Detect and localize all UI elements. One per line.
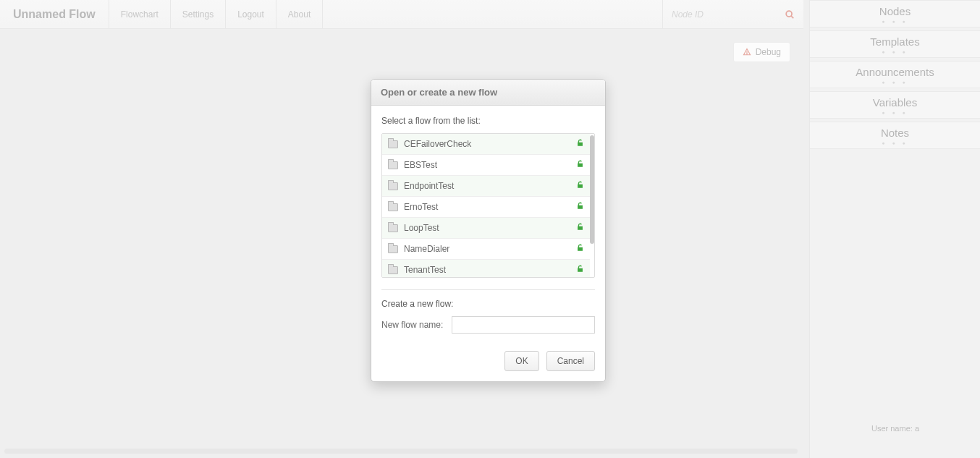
flow-item[interactable]: LoopTest: [382, 218, 590, 239]
folder-icon: [388, 182, 398, 190]
flow-item[interactable]: EndpointTest: [382, 176, 590, 197]
folder-icon: [388, 203, 398, 211]
dialog-footer: OK Cancel: [371, 344, 605, 381]
new-flow-row: New flow name:: [381, 316, 595, 334]
flow-list: CEFailoverCheckEBSTestEndpointTestErnoTe…: [381, 133, 595, 278]
unlocked-icon: [576, 244, 584, 254]
unlocked-icon: [576, 139, 584, 149]
dialog-title: Open or create a new flow: [371, 80, 605, 106]
flow-item[interactable]: NameDialer: [382, 239, 590, 260]
unlocked-icon: [576, 181, 584, 191]
flow-name: NameDialer: [404, 244, 576, 254]
create-flow-label: Create a new flow:: [381, 299, 595, 309]
new-flow-name-label: New flow name:: [381, 320, 443, 330]
list-scrollbar[interactable]: [590, 135, 594, 244]
folder-icon: [388, 224, 398, 232]
flow-item[interactable]: ErnoTest: [382, 197, 590, 218]
select-flow-label: Select a flow from the list:: [381, 116, 595, 126]
folder-icon: [388, 266, 398, 274]
divider: [381, 289, 595, 290]
dialog-body: Select a flow from the list: CEFailoverC…: [371, 106, 605, 344]
folder-icon: [388, 245, 398, 253]
unlocked-icon: [576, 160, 584, 170]
flow-name: TenantTest: [404, 265, 576, 275]
unlocked-icon: [576, 265, 584, 275]
flow-item[interactable]: EBSTest: [382, 155, 590, 176]
flow-item[interactable]: CEFailoverCheck: [382, 134, 590, 155]
unlocked-icon: [576, 223, 584, 233]
flow-name: EndpointTest: [404, 181, 576, 191]
unlocked-icon: [576, 202, 584, 212]
new-flow-name-input[interactable]: [452, 316, 595, 334]
flow-list-inner: CEFailoverCheckEBSTestEndpointTestErnoTe…: [382, 134, 590, 277]
flow-name: EBSTest: [404, 160, 576, 170]
flow-name: CEFailoverCheck: [404, 139, 576, 149]
ok-button[interactable]: OK: [504, 351, 538, 371]
flow-name: LoopTest: [404, 223, 576, 233]
folder-icon: [388, 140, 398, 148]
flow-item[interactable]: TenantTest: [382, 260, 590, 277]
cancel-button[interactable]: Cancel: [546, 351, 595, 371]
open-flow-dialog: Open or create a new flow Select a flow …: [371, 79, 606, 382]
flow-name: ErnoTest: [404, 202, 576, 212]
folder-icon: [388, 161, 398, 169]
